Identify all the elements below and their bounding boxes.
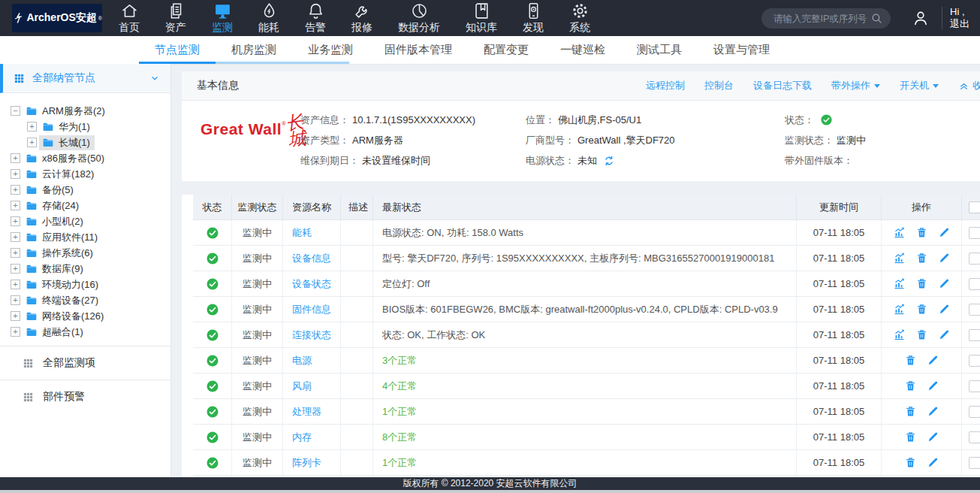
- tree-node[interactable]: 操作系统(6): [23, 246, 98, 261]
- nav-item[interactable]: 知识库: [466, 2, 497, 35]
- tree-toggle[interactable]: +: [11, 169, 20, 179]
- tree-toggle[interactable]: +: [11, 232, 20, 242]
- delete-icon[interactable]: [904, 380, 917, 392]
- tree-toggle[interactable]: +: [11, 153, 20, 163]
- nav-item[interactable]: 发现: [523, 2, 544, 35]
- delete-icon[interactable]: [915, 277, 928, 290]
- tree-node[interactable]: 存储(24): [23, 198, 83, 213]
- tree-item[interactable]: + 应用软件(11): [0, 229, 170, 245]
- panel-action-link[interactable]: 远程控制: [646, 79, 685, 92]
- tree-toggle[interactable]: +: [27, 138, 37, 147]
- resource-link[interactable]: 能耗: [292, 226, 312, 240]
- row-checkbox[interactable]: [969, 406, 980, 418]
- tree-node[interactable]: 华为(1): [39, 119, 95, 135]
- select-all-checkbox[interactable]: [969, 201, 980, 213]
- tab[interactable]: 测试工具: [621, 36, 698, 64]
- sidebar-section[interactable]: 全部监测项: [0, 346, 170, 380]
- panel-action-link[interactable]: 控制台: [704, 79, 734, 92]
- edit-icon[interactable]: [927, 456, 939, 469]
- nav-item[interactable]: 报修: [351, 2, 372, 35]
- resource-link[interactable]: 处理器: [292, 405, 321, 419]
- chevron-down-icon[interactable]: [149, 73, 160, 83]
- tree-item[interactable]: + 存储(24): [0, 198, 170, 213]
- panel-action-link[interactable]: 设备日志下载: [753, 79, 812, 92]
- trend-chart-icon[interactable]: [893, 226, 906, 239]
- app-logo[interactable]: ArcherOS安超 ®: [12, 4, 102, 32]
- resource-link[interactable]: 阵列卡: [292, 456, 321, 470]
- nav-item[interactable]: 数据分析: [398, 2, 440, 35]
- tree-node[interactable]: 小型机(2): [23, 214, 88, 229]
- nav-item[interactable]: 监测: [212, 2, 233, 35]
- row-checkbox[interactable]: [969, 431, 980, 443]
- edit-icon[interactable]: [938, 277, 951, 290]
- nav-item[interactable]: 能耗: [258, 2, 279, 35]
- tree-item[interactable]: + 终端设备(27): [0, 292, 170, 308]
- row-checkbox[interactable]: [969, 457, 980, 469]
- delete-icon[interactable]: [915, 328, 928, 341]
- tab[interactable]: 机房监测: [216, 36, 292, 64]
- edit-icon[interactable]: [927, 380, 939, 392]
- tab[interactable]: 业务监测: [292, 36, 369, 64]
- nav-item[interactable]: 资产: [165, 2, 186, 35]
- nav-item[interactable]: 首页: [119, 2, 140, 35]
- tree-item[interactable]: + 操作系统(6): [0, 245, 170, 261]
- delete-icon[interactable]: [915, 226, 928, 239]
- row-checkbox[interactable]: [969, 227, 980, 239]
- tree-toggle[interactable]: +: [11, 216, 20, 226]
- delete-icon[interactable]: [915, 303, 928, 316]
- tree-node[interactable]: 长城(1): [39, 135, 95, 150]
- search-icon[interactable]: [870, 12, 883, 25]
- tree-toggle[interactable]: +: [11, 201, 20, 210]
- tree-node[interactable]: x86服务器(50): [23, 151, 109, 166]
- edit-icon[interactable]: [927, 354, 939, 367]
- resource-link[interactable]: 内存: [292, 431, 312, 444]
- tree-item[interactable]: + 数据库(9): [0, 261, 170, 277]
- nav-item[interactable]: 系统: [569, 2, 590, 35]
- delete-icon[interactable]: [904, 431, 917, 443]
- tree-item[interactable]: + 超融合(1): [0, 324, 170, 340]
- tree-item[interactable]: + 环境动力(16): [0, 277, 170, 292]
- tree-node[interactable]: 超融合(1): [23, 325, 88, 340]
- panel-action-link[interactable]: 带外操作: [831, 79, 880, 92]
- edit-icon[interactable]: [927, 405, 939, 418]
- tree-toggle[interactable]: −: [11, 106, 20, 116]
- tree-item[interactable]: + x86服务器(50): [0, 150, 170, 166]
- tree-node[interactable]: ARM服务器(2): [23, 104, 110, 119]
- edit-icon[interactable]: [938, 226, 951, 239]
- delete-icon[interactable]: [915, 252, 928, 265]
- tab[interactable]: 固件版本管理: [369, 36, 468, 64]
- tree-item[interactable]: + 备份(5): [0, 182, 170, 198]
- tree-toggle[interactable]: +: [11, 295, 20, 305]
- edit-icon[interactable]: [938, 328, 951, 341]
- tree-node[interactable]: 网络设备(126): [23, 309, 108, 324]
- row-checkbox[interactable]: [969, 355, 980, 367]
- resource-link[interactable]: 设备状态: [292, 277, 331, 291]
- edit-icon[interactable]: [938, 252, 951, 265]
- tree-toggle[interactable]: +: [11, 185, 20, 195]
- resource-link[interactable]: 设备信息: [292, 252, 331, 265]
- tree-node[interactable]: 备份(5): [23, 183, 78, 198]
- delete-icon[interactable]: [904, 354, 917, 367]
- tree-node[interactable]: 应用软件(11): [23, 230, 102, 245]
- refresh-icon[interactable]: [603, 155, 615, 167]
- tree-toggle[interactable]: +: [11, 280, 20, 289]
- tab[interactable]: 一键巡检: [544, 36, 621, 64]
- tree-item[interactable]: + 小型机(2): [0, 213, 170, 229]
- tree-node[interactable]: 数据库(9): [23, 262, 88, 277]
- tree-node[interactable]: 终端设备(27): [23, 293, 103, 308]
- tab[interactable]: 节点监测: [139, 36, 216, 64]
- row-checkbox[interactable]: [969, 253, 980, 265]
- panel-action-link[interactable]: 开关机: [900, 79, 939, 92]
- trend-chart-icon[interactable]: [893, 252, 906, 265]
- tree-toggle[interactable]: +: [11, 248, 20, 258]
- tree-item[interactable]: + 长城(1): [0, 135, 170, 150]
- trend-chart-icon[interactable]: [893, 277, 906, 290]
- tree-toggle[interactable]: +: [11, 327, 20, 337]
- trend-chart-icon[interactable]: [893, 303, 906, 316]
- tab[interactable]: 设置与管理: [698, 36, 786, 64]
- search-input[interactable]: [772, 8, 869, 30]
- tree-item[interactable]: + 云计算(182): [0, 166, 170, 182]
- tree-item[interactable]: − ARM服务器(2): [0, 103, 170, 119]
- resource-link[interactable]: 电源: [292, 354, 312, 367]
- edit-icon[interactable]: [938, 303, 951, 316]
